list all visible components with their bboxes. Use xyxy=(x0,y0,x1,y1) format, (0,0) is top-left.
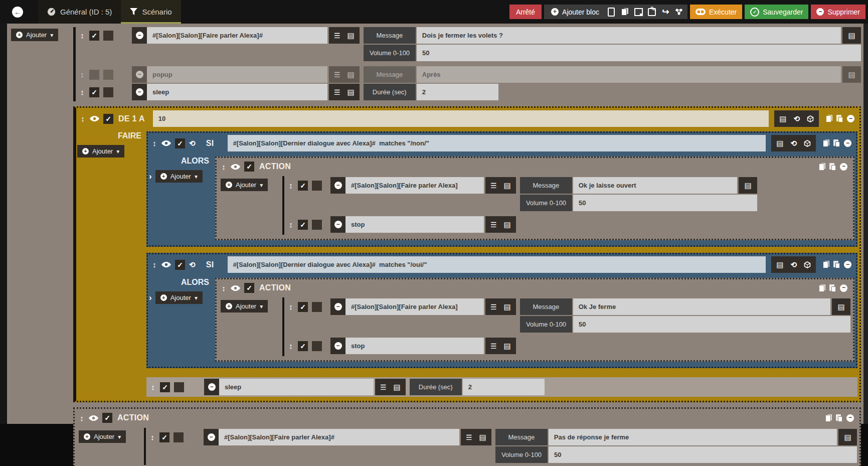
remove-element-button[interactable] xyxy=(204,379,219,395)
secondary-checkbox[interactable] xyxy=(174,382,184,392)
remove-block-button[interactable] xyxy=(844,261,851,268)
action-add-dropdown[interactable]: Ajouter xyxy=(79,430,126,443)
execute-button[interactable]: Exécuter xyxy=(690,5,742,19)
command-detail-icon[interactable] xyxy=(394,383,401,391)
action-add-dropdown[interactable]: Ajouter xyxy=(221,179,268,191)
remove-block-button[interactable] xyxy=(846,414,854,422)
command-input[interactable] xyxy=(147,27,327,44)
command-search-icon[interactable] xyxy=(490,182,497,189)
drag-handle[interactable] xyxy=(80,114,86,123)
tab-scenario[interactable]: Scénario xyxy=(121,0,181,24)
duration-input[interactable] xyxy=(463,379,545,395)
visibility-toggle[interactable] xyxy=(89,415,98,421)
drag-handle[interactable] xyxy=(151,139,157,147)
remove-element-button[interactable] xyxy=(204,429,219,445)
remove-block-button[interactable] xyxy=(847,115,854,122)
copy-block-button[interactable] xyxy=(823,261,829,268)
add-block-button[interactable]: Ajouter bloc xyxy=(546,5,605,19)
expand-editor-button[interactable] xyxy=(842,27,861,44)
drag-handle[interactable] xyxy=(150,383,156,391)
volume-input[interactable] xyxy=(573,316,850,333)
summary-icon[interactable] xyxy=(776,139,783,147)
command-search-icon[interactable] xyxy=(490,221,497,228)
command-input[interactable] xyxy=(345,298,484,315)
secondary-checkbox[interactable] xyxy=(173,432,184,442)
drag-handle[interactable] xyxy=(151,260,157,269)
message-input[interactable] xyxy=(549,429,837,445)
command-input[interactable] xyxy=(147,66,327,83)
command-input[interactable] xyxy=(147,84,327,100)
enable-checkbox[interactable] xyxy=(298,220,308,230)
visibility-toggle[interactable] xyxy=(231,285,240,291)
condition-input[interactable] xyxy=(228,256,766,273)
command-search-icon[interactable] xyxy=(490,303,497,310)
secondary-checkbox[interactable] xyxy=(312,302,322,312)
cube-icon[interactable] xyxy=(804,140,811,147)
enable-checkbox[interactable] xyxy=(89,87,99,97)
duplicate-button[interactable] xyxy=(618,5,632,19)
volume-input[interactable] xyxy=(573,195,757,211)
remove-element-button[interactable] xyxy=(132,66,147,83)
then-add-dropdown[interactable]: Ajouter xyxy=(155,291,203,304)
remove-element-button[interactable] xyxy=(330,298,345,315)
drag-handle[interactable] xyxy=(288,302,294,311)
secondary-checkbox[interactable] xyxy=(312,341,322,351)
command-search-icon[interactable] xyxy=(334,32,340,39)
enable-checkbox[interactable] xyxy=(175,260,185,270)
action-add-dropdown[interactable]: Ajouter xyxy=(221,300,268,313)
message-input[interactable] xyxy=(573,177,737,194)
secondary-checkbox[interactable] xyxy=(103,31,113,41)
command-search-icon[interactable] xyxy=(466,434,472,441)
volume-input[interactable] xyxy=(549,446,857,463)
sidebar-add-dropdown[interactable]: Ajouter xyxy=(11,29,58,41)
copy-block-button[interactable] xyxy=(823,139,829,147)
secondary-checkbox[interactable] xyxy=(103,87,113,97)
command-input[interactable] xyxy=(219,379,374,395)
drag-handle[interactable] xyxy=(79,31,85,40)
refresh-icon[interactable] xyxy=(189,139,196,147)
enable-checkbox[interactable] xyxy=(160,382,170,392)
drag-handle[interactable] xyxy=(288,220,294,229)
remove-element-button[interactable] xyxy=(330,177,345,194)
history-icon[interactable] xyxy=(793,115,800,122)
enable-checkbox[interactable] xyxy=(102,413,112,423)
command-input[interactable] xyxy=(345,216,484,233)
enable-checkbox[interactable] xyxy=(89,31,99,41)
delete-button[interactable]: Supprimer xyxy=(811,5,865,19)
expand-editor-button[interactable] xyxy=(739,177,757,194)
back-button[interactable] xyxy=(12,7,23,18)
paste-block-button[interactable] xyxy=(833,261,840,268)
command-input[interactable] xyxy=(345,177,484,194)
condition-input[interactable] xyxy=(228,135,766,151)
drag-handle[interactable] xyxy=(79,88,85,96)
history-icon[interactable] xyxy=(790,261,797,268)
enable-checkbox[interactable] xyxy=(244,283,254,293)
remove-element-button[interactable] xyxy=(330,216,345,233)
cube-icon[interactable] xyxy=(804,261,811,268)
remove-block-button[interactable] xyxy=(844,139,851,147)
copy-block-button[interactable] xyxy=(819,163,825,171)
message-input[interactable] xyxy=(417,66,841,83)
command-detail-icon[interactable] xyxy=(504,221,511,228)
remove-element-button[interactable] xyxy=(132,27,147,44)
remove-block-button[interactable] xyxy=(840,163,847,171)
enable-checkbox[interactable] xyxy=(298,302,308,312)
drag-handle[interactable] xyxy=(149,433,155,441)
drag-handle[interactable] xyxy=(288,181,294,190)
then-add-dropdown[interactable]: Ajouter xyxy=(155,170,203,183)
links-graph-button[interactable] xyxy=(672,5,686,19)
for-to-input[interactable] xyxy=(153,110,769,127)
enable-checkbox[interactable] xyxy=(159,432,169,442)
paste-block-button[interactable] xyxy=(829,163,836,171)
copy-block-button[interactable] xyxy=(819,284,825,292)
remove-element-button[interactable] xyxy=(132,84,147,100)
command-search-icon[interactable] xyxy=(490,343,497,350)
paste-block-button[interactable] xyxy=(833,139,840,147)
drag-handle[interactable] xyxy=(221,284,227,292)
paste-block-button[interactable] xyxy=(836,115,843,122)
command-detail-icon[interactable] xyxy=(479,433,486,441)
cube-icon[interactable] xyxy=(807,115,814,122)
secondary-checkbox[interactable] xyxy=(312,220,322,230)
remove-element-button[interactable] xyxy=(330,338,345,354)
command-detail-icon[interactable] xyxy=(348,71,355,78)
